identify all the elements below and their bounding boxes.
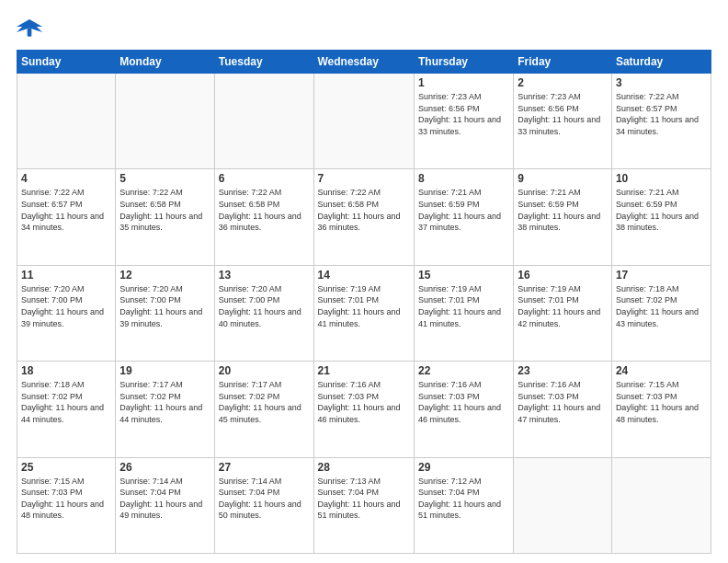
- day-info: Sunrise: 7:19 AMSunset: 7:01 PMDaylight:…: [518, 283, 608, 329]
- day-info: Sunrise: 7:20 AMSunset: 7:00 PMDaylight:…: [219, 283, 310, 329]
- day-info: Sunrise: 7:14 AMSunset: 7:04 PMDaylight:…: [219, 476, 310, 522]
- day-info: Sunrise: 7:15 AMSunset: 7:03 PMDaylight:…: [616, 379, 707, 425]
- calendar-cell: 10Sunrise: 7:21 AMSunset: 6:59 PMDayligh…: [611, 169, 711, 265]
- day-info: Sunrise: 7:22 AMSunset: 6:58 PMDaylight:…: [119, 187, 210, 233]
- day-number: 21: [318, 364, 410, 377]
- day-info: Sunrise: 7:20 AMSunset: 7:00 PMDaylight:…: [21, 283, 111, 329]
- calendar-page: SundayMondayTuesdayWednesdayThursdayFrid…: [0, 0, 728, 563]
- calendar-cell: 14Sunrise: 7:19 AMSunset: 7:01 PMDayligh…: [313, 265, 414, 361]
- day-number: 16: [518, 269, 608, 282]
- week-row-5: 25Sunrise: 7:15 AMSunset: 7:03 PMDayligh…: [17, 457, 711, 553]
- day-number: 19: [119, 364, 210, 377]
- day-number: 11: [21, 269, 111, 282]
- weekday-saturday: Saturday: [611, 51, 711, 74]
- day-info: Sunrise: 7:17 AMSunset: 7:02 PMDaylight:…: [119, 379, 210, 425]
- calendar-cell: 26Sunrise: 7:14 AMSunset: 7:04 PMDayligh…: [116, 457, 214, 553]
- calendar-table: SundayMondayTuesdayWednesdayThursdayFrid…: [17, 50, 711, 554]
- day-info: Sunrise: 7:14 AMSunset: 7:04 PMDaylight:…: [119, 476, 210, 522]
- day-info: Sunrise: 7:21 AMSunset: 6:59 PMDaylight:…: [518, 187, 608, 233]
- svg-rect-1: [28, 28, 32, 36]
- calendar-cell: 4Sunrise: 7:22 AMSunset: 6:57 PMDaylight…: [17, 169, 116, 265]
- day-info: Sunrise: 7:16 AMSunset: 7:03 PMDaylight:…: [418, 379, 509, 425]
- day-number: 6: [219, 172, 310, 185]
- day-info: Sunrise: 7:23 AMSunset: 6:56 PMDaylight:…: [518, 91, 608, 137]
- day-info: Sunrise: 7:21 AMSunset: 6:59 PMDaylight:…: [616, 187, 707, 233]
- calendar-cell: 12Sunrise: 7:20 AMSunset: 7:00 PMDayligh…: [116, 265, 214, 361]
- calendar-cell: 15Sunrise: 7:19 AMSunset: 7:01 PMDayligh…: [414, 265, 513, 361]
- day-number: 20: [219, 364, 310, 377]
- weekday-header-row: SundayMondayTuesdayWednesdayThursdayFrid…: [17, 51, 711, 74]
- week-row-1: 1Sunrise: 7:23 AMSunset: 6:56 PMDaylight…: [17, 74, 711, 169]
- day-number: 13: [219, 269, 310, 282]
- logo: [17, 17, 46, 42]
- day-info: Sunrise: 7:15 AMSunset: 7:03 PMDaylight:…: [21, 476, 111, 522]
- calendar-cell: [611, 457, 711, 553]
- day-number: 1: [418, 76, 509, 89]
- weekday-sunday: Sunday: [17, 51, 116, 74]
- day-info: Sunrise: 7:13 AMSunset: 7:04 PMDaylight:…: [318, 476, 410, 522]
- day-info: Sunrise: 7:22 AMSunset: 6:58 PMDaylight:…: [318, 187, 410, 233]
- calendar-cell: 27Sunrise: 7:14 AMSunset: 7:04 PMDayligh…: [214, 457, 313, 553]
- weekday-friday: Friday: [514, 51, 612, 74]
- day-number: 8: [418, 172, 509, 185]
- calendar-cell: 21Sunrise: 7:16 AMSunset: 7:03 PMDayligh…: [313, 362, 414, 457]
- day-number: 15: [418, 269, 509, 282]
- day-info: Sunrise: 7:22 AMSunset: 6:58 PMDaylight:…: [219, 187, 310, 233]
- day-number: 28: [318, 461, 410, 474]
- day-info: Sunrise: 7:20 AMSunset: 7:00 PMDaylight:…: [119, 283, 210, 329]
- week-row-4: 18Sunrise: 7:18 AMSunset: 7:02 PMDayligh…: [17, 362, 711, 457]
- calendar-cell: 7Sunrise: 7:22 AMSunset: 6:58 PMDaylight…: [313, 169, 414, 265]
- day-info: Sunrise: 7:12 AMSunset: 7:04 PMDaylight:…: [418, 476, 509, 522]
- day-number: 14: [318, 269, 410, 282]
- day-info: Sunrise: 7:16 AMSunset: 7:03 PMDaylight:…: [518, 379, 608, 425]
- day-number: 27: [219, 461, 310, 474]
- calendar-cell: 24Sunrise: 7:15 AMSunset: 7:03 PMDayligh…: [611, 362, 711, 457]
- day-info: Sunrise: 7:22 AMSunset: 6:57 PMDaylight:…: [21, 187, 111, 233]
- weekday-thursday: Thursday: [414, 51, 513, 74]
- day-number: 24: [616, 364, 707, 377]
- day-info: Sunrise: 7:19 AMSunset: 7:01 PMDaylight:…: [418, 283, 509, 329]
- day-number: 3: [616, 76, 707, 89]
- calendar-cell: [214, 74, 313, 169]
- calendar-cell: 11Sunrise: 7:20 AMSunset: 7:00 PMDayligh…: [17, 265, 116, 361]
- header: [17, 17, 711, 42]
- day-number: 9: [518, 172, 608, 185]
- calendar-cell: 16Sunrise: 7:19 AMSunset: 7:01 PMDayligh…: [514, 265, 612, 361]
- day-number: 23: [518, 364, 608, 377]
- calendar-cell: 20Sunrise: 7:17 AMSunset: 7:02 PMDayligh…: [214, 362, 313, 457]
- calendar-cell: [17, 74, 116, 169]
- day-info: Sunrise: 7:22 AMSunset: 6:57 PMDaylight:…: [616, 91, 707, 137]
- day-number: 7: [318, 172, 410, 185]
- calendar-cell: 25Sunrise: 7:15 AMSunset: 7:03 PMDayligh…: [17, 457, 116, 553]
- weekday-tuesday: Tuesday: [214, 51, 313, 74]
- week-row-2: 4Sunrise: 7:22 AMSunset: 6:57 PMDaylight…: [17, 169, 711, 265]
- calendar-cell: 28Sunrise: 7:13 AMSunset: 7:04 PMDayligh…: [313, 457, 414, 553]
- calendar-cell: 1Sunrise: 7:23 AMSunset: 6:56 PMDaylight…: [414, 74, 513, 169]
- calendar-cell: 22Sunrise: 7:16 AMSunset: 7:03 PMDayligh…: [414, 362, 513, 457]
- calendar-cell: 29Sunrise: 7:12 AMSunset: 7:04 PMDayligh…: [414, 457, 513, 553]
- calendar-cell: 5Sunrise: 7:22 AMSunset: 6:58 PMDaylight…: [116, 169, 214, 265]
- day-number: 26: [119, 461, 210, 474]
- day-number: 2: [518, 76, 608, 89]
- calendar-cell: [313, 74, 414, 169]
- day-info: Sunrise: 7:18 AMSunset: 7:02 PMDaylight:…: [616, 283, 707, 329]
- calendar-cell: 3Sunrise: 7:22 AMSunset: 6:57 PMDaylight…: [611, 74, 711, 169]
- week-row-3: 11Sunrise: 7:20 AMSunset: 7:00 PMDayligh…: [17, 265, 711, 361]
- day-number: 22: [418, 364, 509, 377]
- day-number: 10: [616, 172, 707, 185]
- day-info: Sunrise: 7:17 AMSunset: 7:02 PMDaylight:…: [219, 379, 310, 425]
- calendar-cell: 23Sunrise: 7:16 AMSunset: 7:03 PMDayligh…: [514, 362, 612, 457]
- day-number: 17: [616, 269, 707, 282]
- calendar-cell: 19Sunrise: 7:17 AMSunset: 7:02 PMDayligh…: [116, 362, 214, 457]
- calendar-cell: 6Sunrise: 7:22 AMSunset: 6:58 PMDaylight…: [214, 169, 313, 265]
- calendar-cell: 13Sunrise: 7:20 AMSunset: 7:00 PMDayligh…: [214, 265, 313, 361]
- calendar-cell: 18Sunrise: 7:18 AMSunset: 7:02 PMDayligh…: [17, 362, 116, 457]
- weekday-monday: Monday: [116, 51, 214, 74]
- day-number: 12: [119, 269, 210, 282]
- calendar-cell: 2Sunrise: 7:23 AMSunset: 6:56 PMDaylight…: [514, 74, 612, 169]
- logo-bird-icon: [17, 17, 42, 42]
- day-number: 25: [21, 461, 111, 474]
- day-number: 18: [21, 364, 111, 377]
- day-number: 4: [21, 172, 111, 185]
- calendar-cell: [514, 457, 612, 553]
